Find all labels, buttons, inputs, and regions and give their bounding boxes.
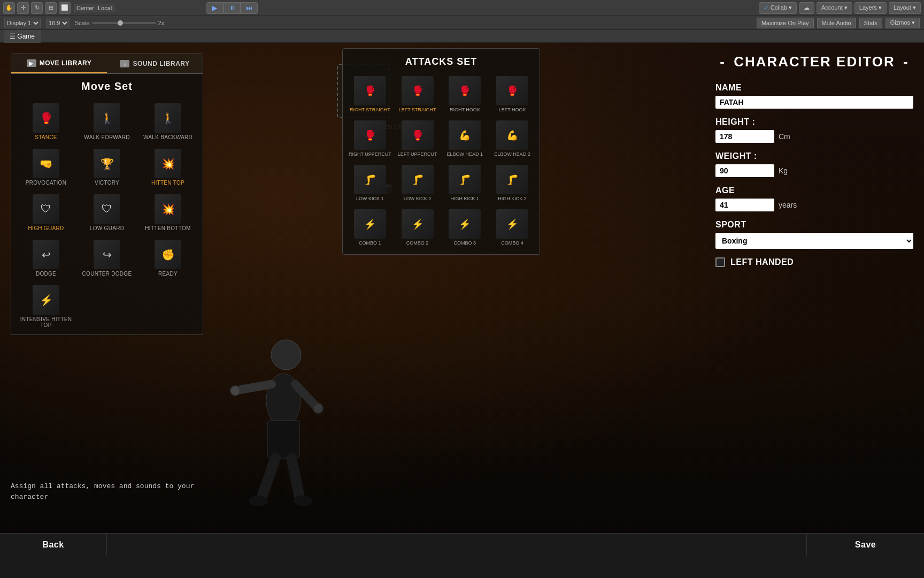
layout-dropdown[interactable]: Layout ▾ <box>889 2 921 14</box>
gizmos-btn[interactable]: Gizmos ▾ <box>886 18 920 28</box>
svg-point-11 <box>231 386 240 395</box>
stats-btn[interactable]: Stats <box>859 18 882 28</box>
attack-c2-label: Combo 2 <box>406 240 429 246</box>
move-provocation[interactable]: 🤜 Provocation <box>17 146 75 189</box>
move-hg-label: High Guard <box>28 225 64 231</box>
svg-line-9 <box>291 458 299 497</box>
move-walk-forward[interactable]: 🚶 Walk Forward <box>78 100 136 143</box>
attack-left-uppercut[interactable]: 🥊 Left Uppercut <box>395 117 441 160</box>
move-stance[interactable]: 🥊 Stance <box>17 100 75 143</box>
attack-left-hook[interactable]: 🥊 Left Hook <box>489 73 535 116</box>
display-select[interactable]: Display 1 <box>4 18 41 28</box>
attack-combo-2[interactable]: ⚡ Combo 2 <box>395 206 441 249</box>
tool-rect[interactable]: ⬜ <box>59 2 71 14</box>
back-button[interactable]: Back <box>0 534 107 556</box>
move-dodge-sprite: ↩ <box>33 240 59 269</box>
weight-label: Weight : <box>715 151 913 161</box>
svg-line-7 <box>262 458 275 497</box>
attack-hk1-label: High Kick 1 <box>451 196 480 201</box>
age-field-group: Age years <box>715 186 913 211</box>
move-prov-sprite: 🤜 <box>33 149 59 178</box>
attack-combo-3[interactable]: ⚡ Combo 3 <box>442 206 488 249</box>
play-button[interactable]: ▶ <box>206 2 224 14</box>
move-ready-sprite: ✊ <box>155 240 181 269</box>
attack-c4-sprite: ⚡ <box>496 209 528 239</box>
toolbar-icons: ✋ ✛ ↻ ⊞ ⬜ <box>3 2 71 14</box>
move-wf-label: Walk Forward <box>84 134 129 140</box>
move-walk-backward[interactable]: 🚶 Walk Backward <box>138 100 197 143</box>
move-victory-sprite: 🏆 <box>94 149 120 178</box>
character-svg <box>214 336 348 529</box>
move-counter-dodge[interactable]: ↪ Counter Dodge <box>78 237 136 280</box>
move-victory[interactable]: 🏆 Victory <box>78 146 136 189</box>
aspect-select[interactable]: 16:9 <box>46 18 70 28</box>
attack-lk1-sprite: 🦵 <box>354 165 386 194</box>
attack-low-kick-1[interactable]: 🦵 Low Kick 1 <box>347 162 393 204</box>
weight-input[interactable] <box>715 164 774 177</box>
attack-hk2-label: High Kick 2 <box>498 196 527 201</box>
name-input[interactable] <box>715 96 913 109</box>
attack-lk1-label: Low Kick 1 <box>356 196 384 201</box>
tool-move[interactable]: ✛ <box>17 2 29 14</box>
tab-sound-library[interactable]: ♪ Sound Library <box>107 54 203 73</box>
game-tab[interactable]: ☰ Game <box>4 30 41 43</box>
character-display <box>209 336 353 529</box>
attack-left-straight[interactable]: 🥊 Left Straight <box>395 73 441 116</box>
center-label: Center <box>76 5 94 11</box>
tool-hand[interactable]: ✋ <box>3 2 15 14</box>
move-intensive-hitten-top[interactable]: ⚡ Intensive Hitten Top <box>17 282 75 331</box>
attack-low-kick-2[interactable]: 🦵 Low Kick 2 <box>395 162 441 204</box>
scale-track[interactable] <box>92 22 156 24</box>
height-row: Cm <box>715 130 913 143</box>
attack-high-kick-1[interactable]: 🦵 High Kick 1 <box>442 162 488 204</box>
attacks-panel: Attacks Set 🥊 Right Straight 🥊 Left Stra… <box>342 48 540 255</box>
attack-high-kick-2[interactable]: 🦵 High Kick 2 <box>489 162 535 204</box>
attack-elbow-head-1[interactable]: 💪 Elbow Head 1 <box>442 117 488 160</box>
move-high-guard[interactable]: 🛡 High Guard <box>17 191 75 234</box>
move-cd-label: Counter Dodge <box>82 271 132 277</box>
move-ready[interactable]: ✊ Ready <box>138 237 197 280</box>
attack-right-hook[interactable]: 🥊 Right Hook <box>442 73 488 116</box>
attack-eh1-label: Elbow Head 1 <box>447 151 483 157</box>
bottom-bar: Back Save <box>0 533 924 556</box>
move-wb-sprite: 🚶 <box>155 103 181 133</box>
move-hitten-top[interactable]: 💥 Hitten Top <box>138 146 197 189</box>
move-hitten-bottom[interactable]: 💥 Hitten Bottom <box>138 191 197 234</box>
name-label: Name <box>715 83 913 93</box>
attack-right-straight[interactable]: 🥊 Right Straight <box>347 73 393 116</box>
account-dropdown[interactable]: Account ▾ <box>817 2 852 14</box>
save-button[interactable]: Save <box>806 534 924 556</box>
move-ht-label: Hitten Top <box>151 180 184 186</box>
sport-select[interactable]: Boxing MMA Kickboxing Muay Thai <box>715 233 913 249</box>
attacks-grid: 🥊 Right Straight 🥊 Left Straight 🥊 Right… <box>343 73 540 249</box>
pause-button[interactable]: ⏸ <box>224 2 241 14</box>
tool-rotate[interactable]: ↻ <box>31 2 43 14</box>
attack-c1-label: Combo 1 <box>359 240 381 246</box>
move-low-guard[interactable]: 🛡 Low Guard <box>78 191 136 234</box>
tool-scale[interactable]: ⊞ <box>45 2 57 14</box>
move-wb-label: Walk Backward <box>143 134 192 140</box>
layers-dropdown[interactable]: Layers ▾ <box>854 2 887 14</box>
attack-combo-4[interactable]: ⚡ Combo 4 <box>489 206 535 249</box>
step-button[interactable]: ⏭ <box>241 2 258 14</box>
attack-combo-1[interactable]: ⚡ Combo 1 <box>347 206 393 249</box>
transform-tools[interactable]: Center | Local <box>74 4 114 12</box>
age-label: Age <box>715 186 913 195</box>
move-prov-label: Provocation <box>26 180 66 186</box>
mute-btn[interactable]: Mute Audio <box>817 18 856 28</box>
attack-elbow-head-2[interactable]: 💪 Elbow Head 2 <box>489 117 535 160</box>
age-row: years <box>715 199 913 211</box>
editor-title: CHARACTER EDITOR <box>715 54 913 70</box>
collab-dropdown[interactable]: ✓ Collab ▾ <box>759 2 797 14</box>
left-handed-checkbox[interactable] <box>715 257 725 267</box>
move-dodge[interactable]: ↩ Dodge <box>17 237 75 280</box>
move-hb-label: Hitten Bottom <box>145 225 190 231</box>
tab-move-library[interactable]: ▶ Move Library <box>11 54 107 73</box>
attack-ru-label: Right Uppercut <box>349 151 391 157</box>
panel-tabs: ▶ Move Library ♪ Sound Library <box>11 54 203 74</box>
attack-right-uppercut[interactable]: 🥊 Right Uppercut <box>347 117 393 160</box>
maximize-btn[interactable]: Maximize On Play <box>757 18 814 28</box>
height-input[interactable] <box>715 130 774 143</box>
age-input[interactable] <box>715 199 774 211</box>
cloud-btn[interactable]: ☁ <box>799 2 814 14</box>
